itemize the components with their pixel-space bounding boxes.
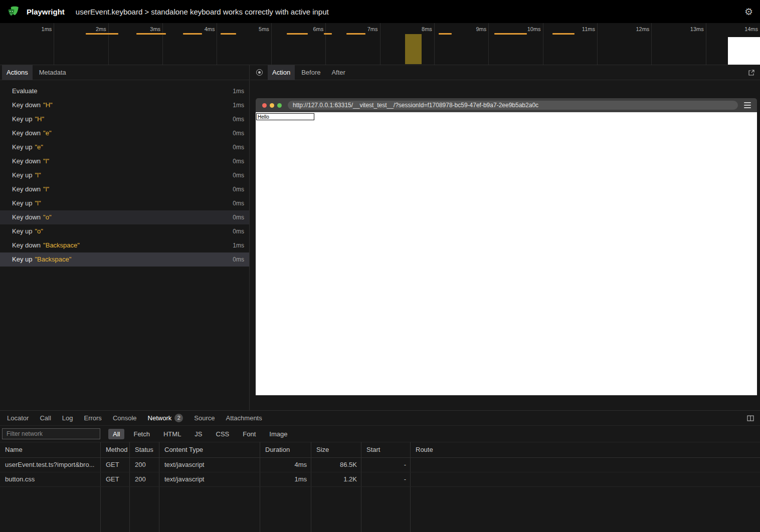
action-row[interactable]: Key down"Backspace"1ms (0, 238, 249, 252)
bottom-tab-log[interactable]: Log (57, 411, 78, 426)
action-key: "H" (35, 115, 44, 123)
net-cell-size: 1.2K (311, 472, 361, 486)
action-row[interactable]: Key up"l"0ms (0, 196, 249, 210)
column-header-route: Route (411, 442, 760, 457)
net-cell-content_type: text/javascript (159, 458, 260, 472)
network-count-badge: 2 (174, 414, 183, 422)
network-row[interactable]: button.cssGET200text/javascript1ms1.2K- (0, 472, 760, 487)
column-header-content-type: Content Type (159, 442, 260, 457)
filter-chip-fetch[interactable]: Fetch (129, 429, 154, 439)
network-filterbar: AllFetchHTMLJSCSSFontImage (0, 426, 760, 442)
action-title: Key up"l" (12, 196, 41, 210)
snapshot-text-input[interactable] (256, 113, 314, 120)
action-row[interactable]: Key down"l"0ms (0, 182, 249, 196)
action-row[interactable]: Key up"Backspace"0ms (0, 252, 249, 267)
bottom-tab-label: Locator (7, 411, 29, 426)
timeline-action-marker[interactable] (221, 33, 236, 35)
action-key: "Backspace" (43, 241, 80, 249)
film-strip-frame[interactable] (728, 37, 760, 65)
network-row[interactable]: userEvent.test.ts?import&bro...GET200tex… (0, 458, 760, 472)
column-header-method: Method (101, 442, 130, 457)
action-row[interactable]: Key up"o"0ms (0, 224, 249, 238)
action-key: "H" (43, 101, 53, 109)
net-cell-start: - (361, 472, 411, 486)
action-duration: 0ms (233, 168, 244, 182)
filter-chip-font[interactable]: Font (238, 429, 260, 439)
action-key: "e" (35, 143, 43, 151)
action-duration: 0ms (233, 196, 244, 210)
bottom-tab-attachments[interactable]: Attachments (221, 411, 267, 426)
action-row[interactable]: Evaluate1ms (0, 84, 249, 98)
bottom-tab-label: Call (40, 411, 51, 426)
timeline-action-marker[interactable] (494, 33, 527, 35)
tab-before[interactable]: Before (297, 65, 325, 80)
bottom-tab-label: Attachments (226, 411, 262, 426)
column-header-size: Size (311, 442, 361, 457)
details-panel: LocatorCallLogErrorsConsoleNetwork2Sourc… (0, 410, 760, 532)
filter-network-input[interactable] (2, 428, 100, 439)
action-row[interactable]: Key down"H"1ms (0, 98, 249, 112)
action-row[interactable]: Key up"l"0ms (0, 168, 249, 182)
pick-locator-icon[interactable] (256, 69, 263, 76)
panel-layout-toggle-icon[interactable] (747, 415, 754, 422)
action-title: Key down"H" (12, 98, 53, 112)
network-table-rows: userEvent.test.ts?import&bro...GET200tex… (0, 458, 760, 487)
action-duration: 0ms (233, 126, 244, 140)
tab-metadata[interactable]: Metadata (35, 65, 71, 80)
filter-chip-css[interactable]: CSS (212, 429, 234, 439)
action-key: "o" (43, 213, 51, 221)
actions-list: Evaluate1msKey down"H"1msKey up"H"0msKey… (0, 80, 249, 267)
tab-after[interactable]: After (327, 65, 349, 80)
filter-chip-image[interactable]: Image (265, 429, 292, 439)
bottom-tab-console[interactable]: Console (108, 411, 142, 426)
timeline-action-marker[interactable] (324, 33, 332, 35)
bottom-tab-errors[interactable]: Errors (79, 411, 106, 426)
actions-panel: Actions Metadata Evaluate1msKey down"H"1… (0, 65, 250, 410)
bottom-tab-locator[interactable]: Locator (2, 411, 34, 426)
action-row[interactable]: Key down"o"0ms (0, 210, 249, 224)
bottom-tab-label: Network (148, 411, 172, 426)
action-title: Key down"o" (12, 210, 52, 224)
network-table-fill (0, 487, 760, 532)
filter-chip-js[interactable]: JS (190, 429, 207, 439)
timeline-action-marker[interactable] (552, 33, 575, 35)
action-row[interactable]: Key down"e"0ms (0, 126, 249, 140)
timeline-action-marker[interactable] (136, 33, 166, 35)
snapshot-panel: Action Before After http://127.0.0.1:633… (250, 65, 760, 410)
action-row[interactable]: Key up"e"0ms (0, 140, 249, 154)
net-cell-content_type: text/javascript (159, 472, 260, 486)
app-title: Playwright (27, 8, 65, 16)
bottom-tab-network[interactable]: Network2 (143, 411, 188, 426)
action-row[interactable]: Key up"H"0ms (0, 112, 249, 126)
timeline-action-marker[interactable] (183, 33, 202, 35)
bottom-tab-source[interactable]: Source (189, 411, 220, 426)
action-duration: 0ms (233, 224, 244, 238)
action-title: Key down"l" (12, 182, 49, 196)
action-duration: 0ms (233, 182, 244, 196)
net-cell-duration: 4ms (260, 458, 311, 472)
column-header-duration: Duration (260, 442, 311, 457)
bottom-tab-label: Source (194, 411, 215, 426)
snapshot-tabbar: Action Before After (250, 65, 760, 80)
timeline[interactable]: 1ms2ms3ms4ms5ms6ms7ms8ms9ms10ms11ms12ms1… (0, 23, 760, 65)
bottom-tab-label: Console (113, 411, 137, 426)
timeline-action-marker[interactable] (287, 33, 308, 35)
timeline-action-marker[interactable] (86, 33, 118, 35)
net-cell-name: button.css (0, 472, 101, 486)
network-filter-chips: AllFetchHTMLJSCSSFontImage (108, 429, 292, 439)
tab-actions[interactable]: Actions (2, 65, 33, 80)
bottom-tab-label: Log (62, 411, 73, 426)
filter-chip-html[interactable]: HTML (159, 429, 185, 439)
bottom-tab-call[interactable]: Call (35, 411, 56, 426)
timeline-action-marker[interactable] (439, 33, 452, 35)
playwright-logo-icon (7, 5, 21, 19)
filter-chip-all[interactable]: All (108, 429, 124, 439)
open-snapshot-external-icon[interactable] (748, 69, 755, 76)
action-row[interactable]: Key down"l"0ms (0, 154, 249, 168)
settings-gear-icon[interactable]: ⚙ (744, 7, 753, 17)
test-case-title: userEvent.keyboard > standalone keyboard… (76, 8, 329, 16)
action-title: Key up"o" (12, 224, 43, 238)
tab-action[interactable]: Action (268, 65, 295, 80)
timeline-action-marker[interactable] (346, 33, 365, 35)
net-cell-size: 86.5K (311, 458, 361, 472)
